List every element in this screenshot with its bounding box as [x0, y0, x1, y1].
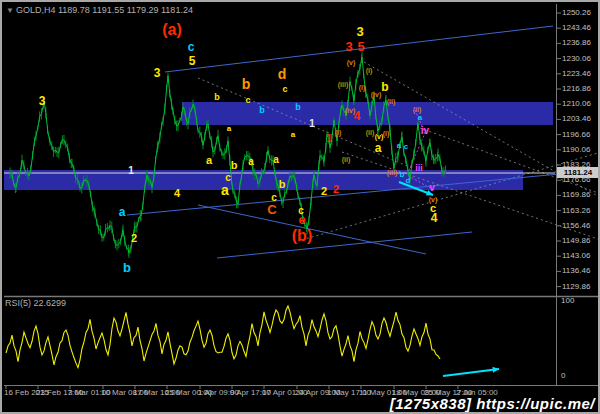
wave-label: 2	[131, 233, 137, 244]
chart-title-text: GOLD,H4 1189.78 1191.55 1179.29 1181.24	[16, 5, 193, 15]
wave-label: (iii)	[338, 81, 349, 88]
watermark: [1275x838] https://upic.me/	[390, 395, 595, 412]
chart-title: ▼GOLD,H4 1189.78 1191.55 1179.29 1181.24	[6, 5, 193, 15]
wave-label: b	[214, 93, 220, 102]
wave-label: b	[295, 103, 301, 112]
price-axis-label: 1250.26	[562, 9, 591, 17]
wave-label: e	[298, 213, 305, 226]
wave-label: 3	[39, 95, 46, 107]
wave-label: (i)	[335, 129, 342, 136]
price-axis-label: 1216.86	[562, 85, 591, 93]
wave-label: 4	[174, 188, 180, 199]
wave-label: c	[404, 143, 408, 151]
wave-label: (iv)	[371, 91, 382, 98]
price-axis-label: 1143.06	[562, 252, 590, 260]
price-axis-label: 1230.06	[562, 55, 591, 63]
wave-label: b	[123, 261, 131, 274]
price-axis-label: 1163.26	[562, 207, 590, 215]
wave-label: (iii)	[387, 169, 398, 176]
wave-label: (a)	[162, 22, 182, 38]
wave-label: (ii)	[342, 156, 351, 163]
wave-label: 4	[431, 212, 438, 224]
wave-label: b	[279, 179, 286, 190]
wave-label: a	[291, 131, 295, 139]
wave-label: (v)	[347, 59, 356, 66]
rsi-scale-max: 100	[561, 297, 574, 305]
rsi-indicator-label: RSI(5) 22.6299	[5, 298, 66, 308]
wave-label: (i)	[359, 84, 366, 91]
wave-label: iii	[415, 164, 423, 173]
wave-label: 1	[326, 133, 332, 144]
wave-label: (ii)	[413, 106, 422, 113]
price-axis-label: 1183.26	[562, 161, 590, 169]
wave-label: a	[273, 155, 279, 165]
wave-label: b	[400, 171, 405, 179]
price-axis-label: 1149.86	[562, 237, 590, 245]
wave-label: a	[375, 142, 382, 154]
wave-label: (ii)	[366, 129, 375, 136]
wave-label: a	[206, 155, 212, 166]
wave-label: a	[418, 114, 422, 122]
wave-label: 3	[345, 40, 352, 53]
wave-label: a	[119, 206, 126, 218]
price-axis-label: 1196.66	[562, 131, 590, 139]
chart-dropdown-icon[interactable]: ▼	[6, 6, 14, 15]
wave-label: C	[267, 203, 276, 216]
wave-label: b	[231, 160, 238, 171]
wave-label: iv	[421, 126, 429, 136]
price-axis-label: 1190.06	[562, 146, 590, 154]
wave-label: a	[227, 125, 231, 133]
price-axis-label: 1129.86	[562, 283, 590, 291]
rsi-scale-min: 0	[561, 372, 565, 380]
price-axis-label: 1203.46	[562, 115, 591, 123]
wave-label: c	[245, 96, 250, 105]
price-axis-label: 1156.46	[562, 222, 590, 230]
wave-label: 5	[189, 55, 196, 67]
wave-label: 3	[356, 25, 363, 38]
wave-label: 1	[309, 119, 315, 129]
wave-label: (i)	[383, 130, 390, 137]
wave-label: a	[397, 142, 401, 150]
wave-label: v	[429, 183, 435, 193]
chart-window: ▼GOLD,H4 1189.78 1191.55 1179.29 1181.24…	[0, 0, 600, 414]
wave-label: (ii)	[387, 98, 396, 105]
wave-label: 3	[154, 67, 161, 79]
wave-label: b	[259, 106, 265, 115]
price-axis-label: 1223.46	[562, 70, 591, 78]
wave-label: 5	[357, 40, 364, 53]
price-axis-label: 1176.66	[562, 176, 590, 184]
wave-label: 2	[333, 184, 339, 195]
wave-label: b	[381, 81, 388, 93]
wave-label: b	[242, 77, 251, 91]
wave-label: d	[406, 177, 411, 185]
wave-label: c	[188, 41, 195, 53]
price-axis-label: 1243.46	[562, 24, 591, 32]
price-axis-label: 1136.46	[562, 267, 590, 275]
wave-label: (b)	[292, 228, 312, 244]
wave-label: d	[278, 67, 287, 81]
price-axis-label: 1169.86	[562, 191, 590, 199]
wave-label: 4	[354, 110, 361, 122]
price-axis-label: 1210.06	[562, 100, 591, 108]
wave-label: c	[282, 85, 287, 94]
price-axis-label: 1236.86	[562, 39, 591, 47]
wave-label: 2	[321, 186, 327, 197]
wave-label: a	[248, 157, 254, 167]
wave-label: a	[221, 183, 229, 197]
wave-label: 1	[128, 166, 134, 176]
wave-label: (i)	[366, 67, 373, 74]
